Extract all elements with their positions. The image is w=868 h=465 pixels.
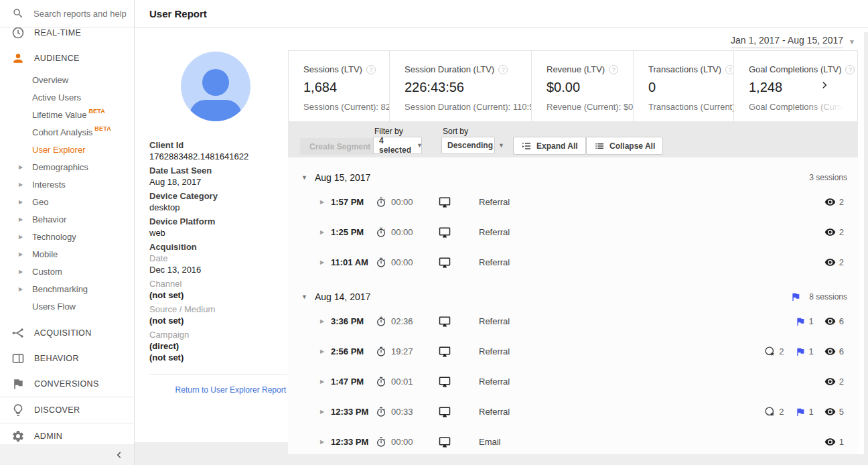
eye-icon	[824, 376, 836, 387]
timer-icon	[376, 346, 386, 357]
sidebar-item-audience[interactable]: AUDIENCE	[0, 46, 134, 71]
sidebar-item-admin[interactable]: ADMIN	[0, 423, 134, 444]
pageview-stat: 6	[824, 316, 844, 327]
session-row[interactable]: ▶ 1:47 PM 00:01 Referral 2	[288, 367, 858, 397]
chevron-down-icon: ▼	[849, 38, 855, 46]
field-campaign: Campaign (direct) (not set)	[149, 329, 287, 363]
sidebar-item-custom[interactable]: ▶Custom	[0, 263, 134, 280]
metric-sub: Transactions (Current): 0	[648, 102, 733, 112]
sidebar-collapse-strip	[0, 444, 134, 465]
fade-overlay	[804, 102, 856, 112]
sidebar-item-user-explorer[interactable]: User Explorer	[0, 141, 134, 158]
session-row[interactable]: ▶ 1:57 PM 00:00 Referral 2	[288, 187, 858, 217]
timer-icon	[376, 437, 386, 448]
expand-arrow-icon[interactable]: ▶	[320, 199, 327, 205]
sidebar-item-label: AUDIENCE	[34, 54, 80, 63]
scrollbar-gutter[interactable]	[864, 32, 868, 465]
session-duration: 19:27	[391, 346, 429, 356]
metric-cards: Sessions (LTV)? 1,684 Sessions (Current)…	[288, 50, 858, 122]
sidebar-item-active-users[interactable]: Active Users	[0, 88, 134, 106]
desktop-icon	[439, 316, 451, 328]
expand-arrow-icon[interactable]: ▶	[320, 318, 327, 324]
sidebar-item-behavior[interactable]: ▶Behavior	[0, 210, 134, 228]
session-channel: Email	[479, 437, 501, 447]
eye-icon	[824, 436, 836, 448]
sidebar-item-overview[interactable]: Overview	[0, 71, 134, 88]
desktop-icon	[439, 346, 451, 358]
sidebar-item-demographics[interactable]: ▶Demographics	[0, 158, 134, 176]
sidebar-item-label: REAL-TIME	[34, 28, 81, 38]
expand-arrow-icon[interactable]: ▶	[320, 348, 327, 354]
session-row[interactable]: ▶ 1:25 PM 00:00 Referral 2	[288, 217, 858, 247]
help-icon[interactable]: ?	[609, 65, 618, 74]
sidebar-item-discover[interactable]: DISCOVER	[0, 397, 134, 423]
goal-stat: 2	[764, 406, 784, 417]
sidebar-item-mobile[interactable]: ▶Mobile	[0, 245, 134, 263]
collapse-all-button[interactable]: Collapse All	[586, 137, 663, 155]
main-content: Jan 1, 2017 - Aug 15, 2017 ▼ Client Id 1…	[135, 27, 868, 465]
clock-icon	[11, 27, 25, 40]
pageview-stat: 2	[824, 257, 844, 268]
expand-arrow-icon[interactable]: ▶	[320, 379, 327, 385]
expand-arrow-icon[interactable]: ▶	[320, 259, 327, 265]
session-time: 1:57 PM	[331, 197, 371, 207]
help-icon[interactable]: ?	[498, 65, 508, 74]
expand-arrow-icon[interactable]: ▶	[320, 439, 327, 445]
sidebar-item-acquisition[interactable]: ACQUISITION	[0, 320, 134, 346]
pageview-stat: 2	[824, 226, 844, 238]
collapse-all-icon	[594, 141, 605, 151]
chevron-right-icon[interactable]	[820, 80, 829, 90]
sidebar: Search reports and help REAL-TIME AUDIEN…	[0, 0, 135, 465]
session-group-header: ▼ Aug 14, 2017 8 sessions	[288, 287, 858, 306]
search-placeholder: Search reports and help	[33, 9, 127, 19]
sidebar-item-geo[interactable]: ▶Geo	[0, 193, 134, 210]
return-to-user-explorer-link[interactable]: Return to User Explorer Report	[144, 385, 287, 395]
beta-badge: BETA	[88, 108, 105, 115]
sidebar-item-lifetime-value[interactable]: Lifetime ValueBETA	[0, 106, 134, 123]
chevron-down-icon: ▼	[498, 142, 504, 149]
help-icon[interactable]: ?	[366, 65, 376, 74]
expand-arrow-icon: ▶	[19, 234, 23, 240]
gear-icon	[11, 429, 25, 443]
flag-icon	[795, 316, 806, 327]
sidebar-item-technology[interactable]: ▶Technology	[0, 228, 134, 245]
sidebar-item-users-flow[interactable]: Users Flow	[0, 297, 134, 315]
sort-by-dropdown[interactable]: Descending▼	[441, 137, 495, 154]
session-time: 1:47 PM	[331, 377, 371, 387]
flag-stat: 1	[795, 316, 814, 327]
session-row[interactable]: ▶ 11:01 AM 00:00 Referral 2	[288, 247, 858, 277]
filter-by-dropdown[interactable]: 4 selected▼	[373, 137, 422, 154]
session-list: ▼ Aug 15, 2017 3 sessions ▶ 1:57 PM 00:0…	[288, 157, 858, 454]
sidebar-item-benchmarking[interactable]: ▶Benchmarking	[0, 280, 134, 297]
sidebar-item-conversions[interactable]: CONVERSIONS	[0, 371, 134, 397]
chevron-left-icon[interactable]	[114, 450, 125, 460]
sidebar-item-cohort-analysis[interactable]: Cohort AnalysisBETA	[0, 123, 134, 141]
session-duration: 00:00	[391, 227, 429, 237]
search-input[interactable]: Search reports and help	[0, 0, 134, 27]
expand-all-button[interactable]: Expand All	[513, 137, 586, 155]
acquisition-icon	[11, 326, 25, 340]
eye-icon	[824, 196, 836, 208]
metric-sub: Sessions (Current): 826	[303, 102, 389, 112]
metric-value: 226:43:56	[405, 80, 531, 95]
collapse-arrow-icon[interactable]: ▼	[301, 174, 311, 181]
expand-arrow-icon[interactable]: ▶	[320, 229, 327, 235]
eye-icon	[824, 257, 836, 268]
session-row[interactable]: ▶ 12:33 PM 00:33 Referral 2 1 5	[288, 397, 858, 427]
expand-arrow-icon[interactable]: ▶	[320, 409, 327, 415]
sidebar-item-interests[interactable]: ▶Interests	[0, 176, 134, 193]
date-range-selector[interactable]: Jan 1, 2017 - Aug 15, 2017 ▼	[731, 35, 855, 48]
session-row[interactable]: ▶ 12:33 PM 00:00 Email 1	[288, 427, 858, 454]
session-count: 3 sessions	[809, 173, 847, 182]
session-count: 8 sessions	[809, 292, 847, 302]
person-icon	[11, 52, 25, 65]
session-row[interactable]: ▶ 3:36 PM 02:36 Referral 1 6	[288, 306, 858, 336]
create-segment-button[interactable]: Create Segment	[300, 138, 380, 155]
session-row[interactable]: ▶ 2:56 PM 19:27 Referral 2 1 6	[288, 336, 858, 367]
sidebar-item-behavior-section[interactable]: BEHAVIOR	[0, 346, 134, 371]
expand-arrow-icon: ▶	[19, 182, 23, 188]
collapse-arrow-icon[interactable]: ▼	[301, 293, 311, 300]
help-icon[interactable]: ?	[845, 65, 855, 74]
group-date: Aug 15, 2017	[315, 172, 370, 183]
sidebar-item-realtime[interactable]: REAL-TIME	[0, 27, 134, 46]
